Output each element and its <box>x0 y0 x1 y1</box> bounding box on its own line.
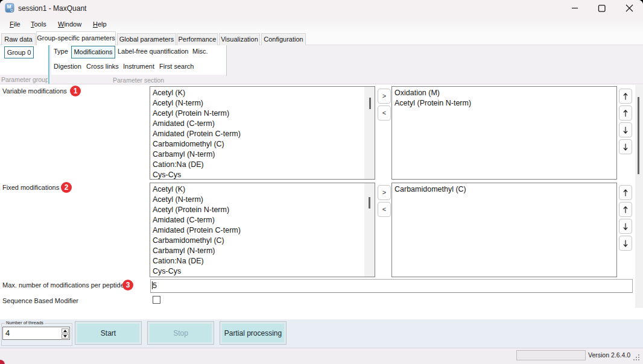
svg-text:Q: Q <box>10 8 13 12</box>
